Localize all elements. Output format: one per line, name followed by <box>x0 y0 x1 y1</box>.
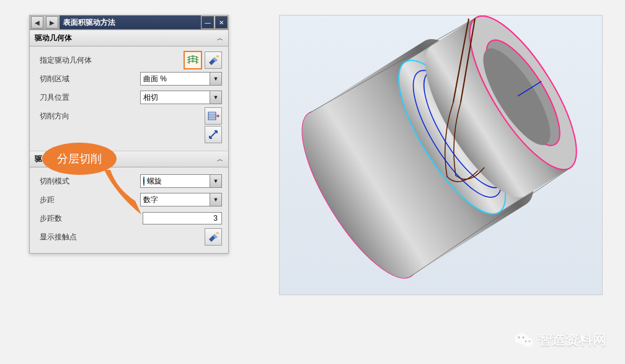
step-count-input[interactable]: 3 <box>143 212 222 224</box>
watermark: 智造资料网 <box>515 331 606 349</box>
dropdown-arrow-icon: ▼ <box>210 73 221 85</box>
flashlight-icon[interactable] <box>205 228 222 246</box>
svg-point-19 <box>529 340 530 342</box>
section-drive-geometry-header[interactable]: 驱动几何体 ︿ <box>30 30 228 47</box>
cut-mode-label: 切削模式 <box>40 176 102 187</box>
titlebar: ◀ ▶ 表面积驱动方法 — ✕ <box>30 16 228 30</box>
section-drive-geometry-body: 指定驱动几何体 切削区域 <box>30 47 228 151</box>
nav-next-button[interactable]: ▶ <box>46 16 58 29</box>
dropdown-arrow-icon: ▼ <box>210 193 221 206</box>
cut-region-value: 曲面 % <box>141 74 210 84</box>
flashlight-icon[interactable] <box>205 51 222 69</box>
tool-position-label: 刀具位置 <box>40 92 102 103</box>
watermark-text: 智造资料网 <box>538 331 606 349</box>
tool-position-value: 相切 <box>141 92 210 103</box>
annotation-callout: 分层切削 <box>42 143 117 175</box>
section-drive-geometry-label: 驱动几何体 <box>35 33 72 43</box>
swap-direction-icon[interactable] <box>205 126 222 143</box>
callout-tail-icon <box>104 170 154 220</box>
specify-geometry-label: 指定驱动几何体 <box>40 55 102 66</box>
dialog-title: 表面积驱动方法 <box>60 16 201 29</box>
svg-point-18 <box>525 340 526 342</box>
contact-points-label: 显示接触点 <box>40 232 126 242</box>
collapse-icon: ︿ <box>217 155 223 164</box>
3d-model-icon <box>280 16 602 295</box>
wechat-icon <box>515 332 533 348</box>
cut-region-label: 切削区域 <box>40 74 102 84</box>
surface-mesh-icon[interactable] <box>184 51 202 69</box>
svg-point-16 <box>518 337 520 339</box>
svg-point-15 <box>522 338 533 347</box>
step-count-label: 步距数 <box>40 213 102 224</box>
minimize-button[interactable]: — <box>202 16 214 29</box>
direction-icon[interactable] <box>205 107 222 125</box>
tool-position-dropdown[interactable]: 相切 ▼ <box>140 91 222 104</box>
step-label: 步距 <box>40 195 102 205</box>
cut-direction-label: 切削方向 <box>40 111 102 122</box>
dropdown-arrow-icon: ▼ <box>210 175 221 187</box>
3d-viewport[interactable] <box>279 15 603 295</box>
svg-point-17 <box>523 337 525 339</box>
dropdown-arrow-icon: ▼ <box>210 91 221 104</box>
close-button[interactable]: ✕ <box>215 16 228 29</box>
cut-region-dropdown[interactable]: 曲面 % ▼ <box>140 72 222 86</box>
collapse-icon: ︿ <box>217 34 223 43</box>
nav-prev-button[interactable]: ◀ <box>31 16 43 29</box>
